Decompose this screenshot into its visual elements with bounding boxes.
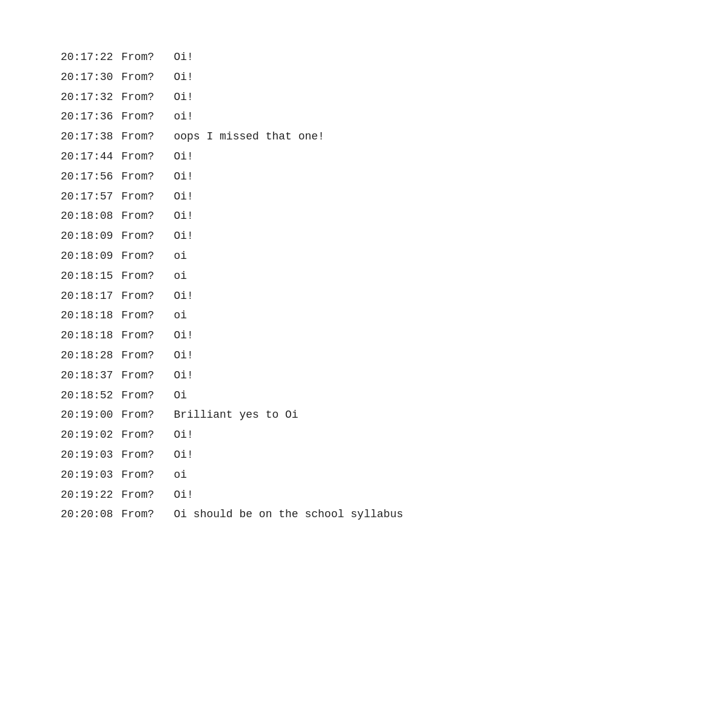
timestamp: 20:18:18 — [61, 307, 121, 324]
timestamp: 20:18:15 — [61, 267, 121, 285]
chat-row: 20:18:15 From? oi — [61, 267, 667, 285]
sender: From? — [121, 387, 174, 404]
timestamp: 20:18:28 — [61, 347, 121, 364]
sender: From? — [121, 426, 174, 444]
message-text: Oi! — [174, 168, 193, 186]
timestamp: 20:18:09 — [61, 227, 121, 245]
timestamp: 20:18:08 — [61, 207, 121, 225]
sender: From? — [121, 327, 174, 344]
sender: From? — [121, 247, 174, 265]
chat-row: 20:18:17 From? Oi! — [61, 287, 667, 305]
message-text: Oi! — [174, 486, 193, 504]
chat-row: 20:18:52 From? Oi — [61, 387, 667, 404]
timestamp: 20:17:56 — [61, 168, 121, 186]
timestamp: 20:17:57 — [61, 188, 121, 206]
message-text: Oi! — [174, 69, 193, 86]
timestamp: 20:19:03 — [61, 466, 121, 484]
sender: From? — [121, 148, 174, 166]
chat-row: 20:17:56 From? Oi! — [61, 168, 667, 186]
timestamp: 20:18:18 — [61, 327, 121, 344]
timestamp: 20:17:30 — [61, 69, 121, 86]
timestamp: 20:19:22 — [61, 486, 121, 504]
chat-row: 20:19:03 From? Oi! — [61, 446, 667, 464]
sender: From? — [121, 128, 174, 146]
sender: From? — [121, 347, 174, 364]
message-text: oi — [174, 307, 187, 324]
sender: From? — [121, 486, 174, 504]
sender: From? — [121, 207, 174, 225]
message-text: Oi! — [174, 287, 193, 305]
message-text: oi — [174, 267, 187, 285]
timestamp: 20:17:32 — [61, 89, 121, 106]
message-text: oops I missed that one! — [174, 128, 324, 146]
timestamp: 20:18:52 — [61, 387, 121, 404]
sender: From? — [121, 188, 174, 206]
chat-row: 20:19:22 From? Oi! — [61, 486, 667, 504]
timestamp: 20:17:36 — [61, 108, 121, 126]
sender: From? — [121, 49, 174, 66]
message-text: Brilliant yes to Oi — [174, 406, 298, 424]
timestamp: 20:19:02 — [61, 426, 121, 444]
chat-row: 20:18:37 From? Oi! — [61, 367, 667, 384]
chat-row: 20:18:18 From? oi — [61, 307, 667, 324]
timestamp: 20:19:00 — [61, 406, 121, 424]
message-text: Oi! — [174, 426, 193, 444]
message-text: Oi! — [174, 207, 193, 225]
sender: From? — [121, 267, 174, 285]
chat-row: 20:18:28 From? Oi! — [61, 347, 667, 364]
sender: From? — [121, 307, 174, 324]
timestamp: 20:18:09 — [61, 247, 121, 265]
message-text: Oi! — [174, 446, 193, 464]
sender: From? — [121, 406, 174, 424]
sender: From? — [121, 227, 174, 245]
sender: From? — [121, 168, 174, 186]
chat-row: 20:18:08 From? Oi! — [61, 207, 667, 225]
message-text: Oi! — [174, 89, 193, 106]
timestamp: 20:17:44 — [61, 148, 121, 166]
timestamp: 20:19:03 — [61, 446, 121, 464]
sender: From? — [121, 446, 174, 464]
message-text: oi — [174, 247, 187, 265]
chat-row: 20:18:18 From? Oi! — [61, 327, 667, 344]
chat-row: 20:18:09 From? oi — [61, 247, 667, 265]
message-text: Oi! — [174, 49, 193, 66]
chat-row: 20:17:44 From? Oi! — [61, 148, 667, 166]
sender: From? — [121, 466, 174, 484]
sender: From? — [121, 287, 174, 305]
sender: From? — [121, 108, 174, 126]
chat-row: 20:17:38 From? oops I missed that one! — [61, 128, 667, 146]
chat-row: 20:17:36 From? oi! — [61, 108, 667, 126]
chat-row: 20:19:02 From? Oi! — [61, 426, 667, 444]
timestamp: 20:20:08 — [61, 506, 121, 523]
chat-row: 20:19:03 From? oi — [61, 466, 667, 484]
timestamp: 20:18:17 — [61, 287, 121, 305]
message-text: Oi! — [174, 148, 193, 166]
timestamp: 20:18:37 — [61, 367, 121, 384]
sender: From? — [121, 506, 174, 523]
timestamp: 20:17:38 — [61, 128, 121, 146]
sender: From? — [121, 69, 174, 86]
message-text: Oi! — [174, 347, 193, 364]
sender: From? — [121, 367, 174, 384]
chat-row: 20:17:57 From? Oi! — [61, 188, 667, 206]
chat-row: 20:20:08 From? Oi should be on the schoo… — [61, 506, 667, 523]
message-text: oi! — [174, 108, 193, 126]
message-text: Oi! — [174, 367, 193, 384]
message-text: Oi! — [174, 327, 193, 344]
message-text: Oi! — [174, 188, 193, 206]
chat-row: 20:17:32 From? Oi! — [61, 89, 667, 106]
chat-log: 20:17:22 From? Oi!20:17:30 From? Oi!20:1… — [0, 0, 728, 574]
chat-row: 20:18:09 From? Oi! — [61, 227, 667, 245]
sender: From? — [121, 89, 174, 106]
chat-row: 20:19:00 From? Brilliant yes to Oi — [61, 406, 667, 424]
chat-row: 20:17:22 From? Oi! — [61, 49, 667, 66]
message-text: Oi — [174, 387, 187, 404]
message-text: Oi! — [174, 227, 193, 245]
message-text: oi — [174, 466, 187, 484]
message-text: Oi should be on the school syllabus — [174, 506, 403, 523]
chat-row: 20:17:30 From? Oi! — [61, 69, 667, 86]
timestamp: 20:17:22 — [61, 49, 121, 66]
